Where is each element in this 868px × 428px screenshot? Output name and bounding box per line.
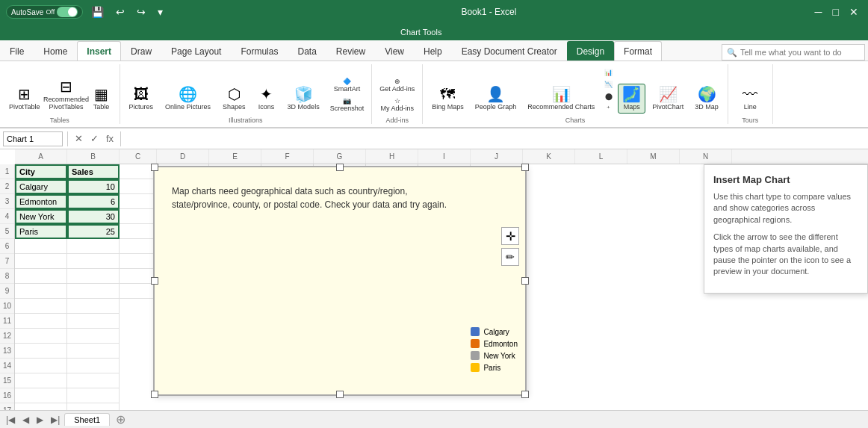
resize-handle-tr[interactable] xyxy=(521,164,529,171)
redo-button[interactable]: ↪ xyxy=(133,4,149,19)
cell-A4[interactable]: New York xyxy=(15,209,67,224)
col-header-A[interactable]: A xyxy=(15,149,67,164)
recommended-pivot-button[interactable]: ⊟ Recommended PivotTables xyxy=(48,76,85,114)
smartart-button[interactable]: 🔷 SmartArt xyxy=(327,76,368,94)
tab-insert[interactable]: Insert xyxy=(77,41,121,61)
resize-handle-tl[interactable] xyxy=(151,164,158,171)
customize-button[interactable]: ▾ xyxy=(154,4,167,19)
cell-C5[interactable] xyxy=(120,224,157,239)
my-addins-button[interactable]: ☆ My Add-ins xyxy=(376,96,418,114)
online-pictures-button[interactable]: 🌐 Online Pictures xyxy=(161,84,215,114)
chart-add-element-button[interactable]: ✛ xyxy=(501,227,519,245)
close-button[interactable]: ✕ xyxy=(846,4,862,19)
bing-maps-button[interactable]: 🗺 Bing Maps xyxy=(427,84,468,114)
minimize-button[interactable]: ─ xyxy=(811,4,826,19)
row-header-5[interactable]: 5 xyxy=(0,224,14,239)
resize-handle-ml[interactable] xyxy=(151,277,158,285)
3d-models-button[interactable]: 🧊 3D Models xyxy=(283,84,324,114)
cell-C3[interactable] xyxy=(120,194,157,209)
cell-B4[interactable]: 30 xyxy=(67,209,120,224)
tab-help[interactable]: Help xyxy=(414,41,452,61)
insert-function-button[interactable]: fx xyxy=(104,133,116,144)
sheet-nav-prev[interactable]: ◀ xyxy=(19,415,32,425)
col-header-I[interactable]: I xyxy=(418,149,471,164)
cell-C2[interactable] xyxy=(120,179,157,194)
maps-button[interactable]: 🗾 Maps xyxy=(618,84,645,114)
scatter-chart-button[interactable]: ⁺ xyxy=(601,103,616,114)
sheet-nav-first[interactable]: |◀ xyxy=(3,415,18,425)
row-header-10[interactable]: 10 xyxy=(0,299,14,314)
tab-formulas[interactable]: Formulas xyxy=(231,41,288,61)
tab-format[interactable]: Format xyxy=(614,41,662,61)
col-header-C[interactable]: C xyxy=(120,149,157,164)
line-sparkline-button[interactable]: 〰 Line xyxy=(737,84,763,114)
add-sheet-button[interactable]: ⊕ xyxy=(111,412,130,427)
cell-B2[interactable]: 10 xyxy=(67,179,120,194)
people-graph-button[interactable]: 👤 People Graph xyxy=(471,84,521,114)
bar-chart-button[interactable]: 📉 xyxy=(601,79,616,90)
cell-B3[interactable]: 6 xyxy=(67,194,120,209)
col-header-G[interactable]: G xyxy=(314,149,366,164)
row-header-13[interactable]: 13 xyxy=(0,344,14,359)
col-header-M[interactable]: M xyxy=(627,149,680,164)
cell-B5[interactable]: 25 xyxy=(67,224,120,239)
undo-button[interactable]: ↩ xyxy=(112,4,128,19)
tab-home[interactable]: Home xyxy=(34,41,77,61)
row-header-4[interactable]: 4 xyxy=(0,209,14,224)
row-header-7[interactable]: 7 xyxy=(0,254,14,269)
pictures-button[interactable]: 🖼 Pictures xyxy=(125,84,158,114)
tab-file[interactable]: File xyxy=(0,41,34,61)
search-area[interactable]: 🔍 xyxy=(722,44,865,61)
confirm-formula-button[interactable]: ✓ xyxy=(88,133,101,144)
resize-handle-bm[interactable] xyxy=(336,391,344,398)
col-header-E[interactable]: E xyxy=(209,149,261,164)
col-header-N[interactable]: N xyxy=(680,149,732,164)
row-header-9[interactable]: 9 xyxy=(0,284,14,299)
3d-map-button[interactable]: 🌍 3D Map xyxy=(690,84,723,114)
row-header-16[interactable]: 16 xyxy=(0,388,14,403)
maximize-button[interactable]: □ xyxy=(829,4,843,19)
tab-data[interactable]: Data xyxy=(288,41,326,61)
resize-handle-mr[interactable] xyxy=(521,277,529,285)
cancel-formula-button[interactable]: ✕ xyxy=(72,133,85,144)
resize-handle-br[interactable] xyxy=(521,391,529,398)
cell-A5[interactable]: Paris xyxy=(15,224,67,239)
save-button[interactable]: 💾 xyxy=(87,4,108,19)
cell-B6[interactable] xyxy=(67,239,120,254)
tab-review[interactable]: Review xyxy=(326,41,375,61)
icons-button[interactable]: ✦ Icons xyxy=(253,84,280,114)
sheet-nav-last[interactable]: ▶| xyxy=(48,415,63,425)
column-chart-button[interactable]: 📊 xyxy=(601,67,616,78)
chart-style-button[interactable]: ✏ xyxy=(501,248,519,266)
name-box[interactable] xyxy=(3,131,63,146)
row-header-12[interactable]: 12 xyxy=(0,329,14,344)
cell-A3[interactable]: Edmonton xyxy=(15,194,67,209)
row-header-14[interactable]: 14 xyxy=(0,359,14,373)
tab-view[interactable]: View xyxy=(375,41,414,61)
pivot-table-button[interactable]: ⊞ PivotTable xyxy=(4,84,45,114)
cell-A1[interactable]: City xyxy=(15,164,67,179)
tab-page-layout[interactable]: Page Layout xyxy=(161,41,231,61)
chart-container[interactable]: Map charts need geographical data such a… xyxy=(153,166,527,396)
pie-chart-button[interactable]: ⬤ xyxy=(601,91,616,102)
sheet-tab-sheet1[interactable]: Sheet1 xyxy=(64,413,110,426)
row-header-15[interactable]: 15 xyxy=(0,373,14,388)
col-header-L[interactable]: L xyxy=(575,149,627,164)
row-header-1[interactable]: 1 xyxy=(0,164,14,179)
recommended-charts-button[interactable]: 📊 Recommended Charts xyxy=(523,84,599,114)
get-addins-button[interactable]: ⊕ Get Add-ins xyxy=(376,76,418,94)
shapes-button[interactable]: ⬡ Shapes xyxy=(218,84,250,114)
cell-A2[interactable]: Calgary xyxy=(15,179,67,194)
resize-handle-bl[interactable] xyxy=(151,391,158,398)
autosave-toggle-switch[interactable] xyxy=(57,7,78,17)
tab-design[interactable]: Design xyxy=(567,41,614,61)
row-header-17[interactable]: 17 xyxy=(0,403,14,410)
cell-C4[interactable] xyxy=(120,209,157,224)
col-header-D[interactable]: D xyxy=(157,149,209,164)
col-header-B[interactable]: B xyxy=(67,149,120,164)
row-header-8[interactable]: 8 xyxy=(0,269,14,284)
row-header-6[interactable]: 6 xyxy=(0,239,14,254)
col-header-H[interactable]: H xyxy=(366,149,418,164)
row-header-3[interactable]: 3 xyxy=(0,194,14,209)
col-header-J[interactable]: J xyxy=(471,149,523,164)
